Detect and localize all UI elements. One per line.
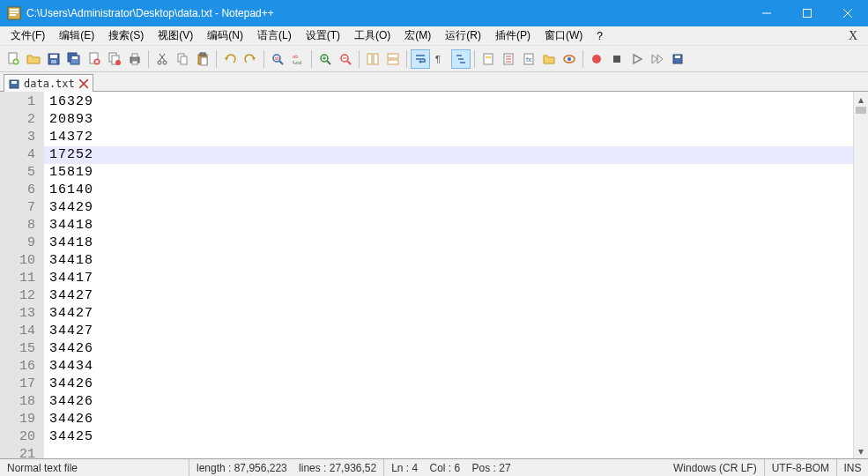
sync-v-icon[interactable]: [363, 49, 382, 69]
text-line[interactable]: 34426: [44, 411, 853, 428]
text-line[interactable]: 15819: [44, 164, 853, 182]
function-list-icon[interactable]: fx: [519, 49, 538, 69]
zoom-in-icon[interactable]: [315, 49, 335, 69]
svg-line-45: [327, 61, 330, 64]
text-line[interactable]: 17252: [44, 146, 853, 164]
wordwrap-icon[interactable]: [411, 49, 430, 69]
close-file-icon[interactable]: [85, 49, 104, 69]
minimize-button[interactable]: [746, 0, 787, 26]
save-all-icon[interactable]: [64, 49, 84, 69]
toolbar-separator: [311, 50, 312, 68]
copy-icon[interactable]: [173, 49, 192, 69]
svg-rect-63: [486, 56, 491, 58]
menubar-close-icon[interactable]: X: [842, 29, 864, 43]
sync-h-icon[interactable]: [383, 49, 403, 69]
monitor-icon[interactable]: [560, 49, 579, 69]
svg-rect-62: [484, 54, 493, 64]
close-all-icon[interactable]: [105, 49, 124, 69]
folder-icon[interactable]: [539, 49, 559, 69]
text-area[interactable]: 1632920893143721725215819161403442934418…: [44, 92, 853, 458]
maximize-button[interactable]: [787, 0, 827, 26]
menu-settings[interactable]: 设置(T): [299, 26, 347, 45]
text-line[interactable]: 34429: [44, 199, 853, 217]
text-line[interactable]: 34426: [44, 393, 853, 411]
redo-icon[interactable]: [241, 49, 260, 69]
svg-text:fx: fx: [526, 56, 531, 63]
svg-text:cd: cd: [296, 60, 301, 65]
text-line[interactable]: 34426: [44, 376, 853, 393]
text-line[interactable]: 34426: [44, 340, 853, 358]
svg-rect-52: [374, 54, 378, 64]
stop-macro-icon[interactable]: [607, 49, 627, 69]
menu-plugins[interactable]: 插件(P): [488, 26, 538, 45]
record-macro-icon[interactable]: [587, 49, 606, 69]
tab-close-icon[interactable]: [78, 78, 89, 89]
status-mode[interactable]: INS: [837, 459, 868, 476]
svg-text:ab: ab: [293, 54, 299, 59]
open-file-icon[interactable]: [24, 49, 43, 69]
text-line[interactable]: 34418: [44, 234, 853, 252]
svg-rect-78: [675, 56, 680, 58]
text-line[interactable]: 34425: [44, 428, 853, 446]
svg-marker-76: [657, 55, 663, 63]
text-line[interactable]: 34418: [44, 252, 853, 270]
svg-rect-73: [613, 56, 620, 63]
svg-marker-37: [225, 57, 228, 61]
menu-search[interactable]: 搜索(S): [101, 26, 151, 45]
text-line[interactable]: 34434: [44, 358, 853, 376]
undo-icon[interactable]: [220, 49, 240, 69]
svg-rect-3: [10, 14, 16, 16]
menu-macro[interactable]: 宏(M): [397, 26, 438, 45]
doc-list-icon[interactable]: [499, 49, 518, 69]
menu-edit[interactable]: 编辑(E): [52, 26, 101, 45]
status-eol[interactable]: Windows (CR LF): [666, 459, 765, 476]
vertical-scrollbar[interactable]: ▴ ▾: [853, 92, 868, 458]
svg-rect-1: [10, 9, 19, 11]
text-line[interactable]: 34427: [44, 323, 853, 340]
menu-encoding[interactable]: 编码(N): [200, 26, 250, 45]
show-all-chars-icon[interactable]: ¶: [431, 49, 450, 69]
line-number: 13: [0, 305, 44, 323]
menu-language[interactable]: 语言(L): [250, 26, 299, 45]
status-encoding[interactable]: UTF-8-BOM: [765, 459, 837, 476]
text-line[interactable]: 16140: [44, 182, 853, 199]
scroll-thumb[interactable]: [856, 107, 866, 114]
menu-tools[interactable]: 工具(O): [347, 26, 397, 45]
menu-help[interactable]: ?: [590, 28, 610, 44]
text-line[interactable]: 14372: [44, 129, 853, 146]
menu-run[interactable]: 运行(R): [438, 26, 488, 45]
text-line[interactable]: 16329: [44, 93, 853, 111]
menu-view[interactable]: 视图(V): [151, 26, 200, 45]
scroll-down-icon[interactable]: ▾: [854, 443, 868, 458]
find-icon[interactable]: ab: [268, 49, 287, 69]
svg-point-29: [163, 61, 167, 64]
line-number: 5: [0, 164, 44, 182]
text-line[interactable]: 34418: [44, 217, 853, 234]
text-line[interactable]: 34427: [44, 305, 853, 323]
cut-icon[interactable]: [152, 49, 172, 69]
play-multi-icon[interactable]: [648, 49, 667, 69]
doc-map-icon[interactable]: [479, 49, 498, 69]
save-icon[interactable]: [44, 49, 63, 69]
paste-icon[interactable]: [193, 49, 212, 69]
tab-data-txt[interactable]: data.txt: [4, 74, 93, 92]
line-number: 16: [0, 358, 44, 376]
replace-icon[interactable]: abcd: [288, 49, 308, 69]
print-icon[interactable]: [125, 49, 145, 69]
menu-window[interactable]: 窗口(W): [538, 26, 590, 45]
save-macro-icon[interactable]: [668, 49, 687, 69]
text-line[interactable]: 34427: [44, 287, 853, 305]
scroll-up-icon[interactable]: ▴: [854, 92, 868, 107]
new-file-icon[interactable]: [4, 49, 23, 69]
close-button[interactable]: [827, 0, 868, 26]
toolbar-separator: [582, 50, 583, 68]
title-bar: C:\Users\Administrator\Desktop\data.txt …: [0, 0, 868, 26]
menu-file[interactable]: 文件(F): [4, 26, 52, 45]
line-number: 1: [0, 93, 44, 111]
zoom-out-icon[interactable]: [336, 49, 355, 69]
text-line[interactable]: 34417: [44, 270, 853, 287]
text-line[interactable]: 20893: [44, 111, 853, 129]
indent-guide-icon[interactable]: [451, 49, 471, 69]
toolbar-separator: [148, 50, 149, 68]
play-macro-icon[interactable]: [627, 49, 647, 69]
